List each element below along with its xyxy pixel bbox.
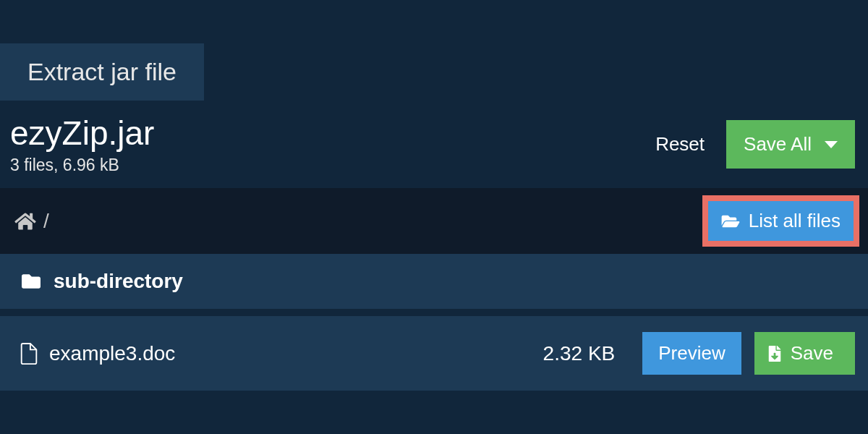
folder-icon [20, 272, 42, 291]
breadcrumb[interactable]: / [14, 210, 49, 233]
row-name: sub-directory [20, 270, 855, 293]
download-icon [767, 346, 782, 362]
directory-name: sub-directory [54, 270, 183, 293]
archive-meta: 3 files, 6.96 kB [10, 156, 154, 175]
caret-down-icon [825, 141, 838, 148]
preview-label: Preview [658, 342, 725, 364]
file-icon [20, 343, 38, 365]
breadcrumb-bar: / List all files [0, 188, 868, 254]
tab-strip: Extract jar file [0, 0, 868, 101]
folder-open-icon [721, 213, 740, 229]
preview-button[interactable]: Preview [642, 332, 741, 375]
file-list: sub-directory example3.doc 2.32 KB Previ… [0, 254, 868, 391]
file-size: 2.32 KB [543, 342, 616, 365]
header: ezyZip.jar 3 files, 6.96 kB Reset Save A… [0, 101, 868, 188]
title-block: ezyZip.jar 3 files, 6.96 kB [10, 114, 154, 175]
header-actions: Reset Save All [655, 120, 855, 169]
tab-label: Extract jar file [27, 58, 176, 85]
breadcrumb-path: / [43, 210, 49, 233]
tab-extract[interactable]: Extract jar file [0, 43, 204, 101]
reset-link[interactable]: Reset [655, 133, 705, 156]
save-label: Save [791, 342, 833, 365]
save-button[interactable]: Save [754, 332, 855, 375]
list-all-highlight: List all files [702, 195, 859, 247]
save-all-button[interactable]: Save All [726, 120, 855, 169]
row-name: example3.doc [20, 342, 530, 365]
list-row-directory[interactable]: sub-directory [0, 254, 868, 316]
list-all-label: List all files [749, 210, 841, 232]
save-all-label: Save All [744, 133, 812, 156]
list-all-files-button[interactable]: List all files [708, 201, 854, 241]
home-icon [14, 212, 36, 231]
archive-filename: ezyZip.jar [10, 114, 154, 153]
file-name: example3.doc [49, 342, 175, 365]
list-row-file: example3.doc 2.32 KB Preview Save [0, 316, 868, 391]
